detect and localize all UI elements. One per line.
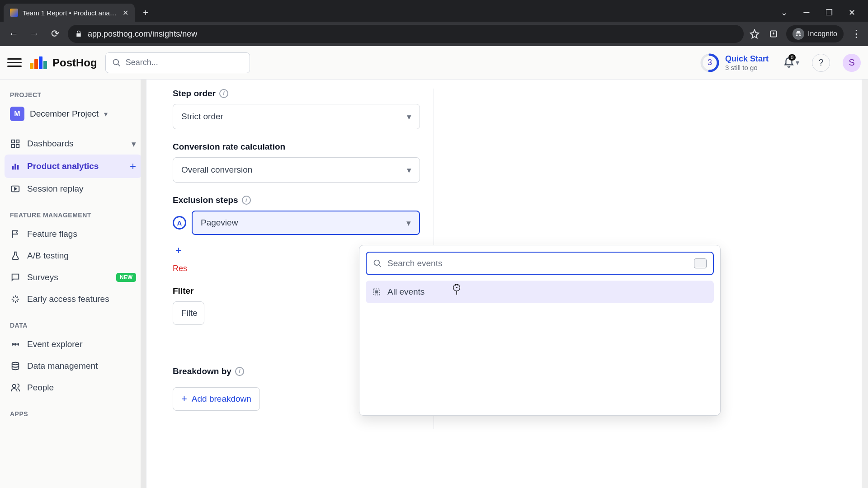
svg-rect-6	[12, 145, 14, 147]
sidebar-item-feature-flags[interactable]: Feature flags	[5, 223, 142, 245]
sidebar-item-event-explorer[interactable]: Event explorer	[5, 333, 142, 355]
sidebar: PROJECT M December Project ▾ Dashboards …	[0, 80, 146, 488]
posthog-logo-icon	[30, 56, 48, 69]
sidebar-item-label: A/B testing	[27, 251, 69, 261]
chevron-down-icon: ▾	[132, 139, 136, 149]
menu-toggle-button[interactable]	[7, 56, 22, 70]
conversion-select[interactable]: Overall conversion ▾	[173, 157, 420, 183]
step-badge: A	[173, 216, 186, 230]
close-icon[interactable]: ✕	[123, 9, 128, 17]
project-badge: M	[10, 107, 24, 121]
flask-icon	[10, 250, 21, 261]
chevron-down-icon: ▾	[406, 218, 411, 228]
browser-chrome: Team 1 Report • Product analytic ✕ + ⌄ ─…	[0, 0, 868, 46]
sidebar-item-surveys[interactable]: Surveys NEW	[5, 267, 142, 288]
event-search-input[interactable]: Search events	[366, 252, 714, 275]
reload-button[interactable]: ⟳	[47, 26, 63, 42]
sidebar-item-session-replay[interactable]: Session replay	[5, 178, 142, 200]
address-bar[interactable]: app.posthog.com/insights/new	[68, 25, 744, 43]
new-badge: NEW	[116, 273, 136, 282]
info-icon[interactable]: i	[235, 367, 244, 376]
quick-start-title: Quick Start	[725, 54, 769, 64]
sidebar-item-early-access[interactable]: Early access features	[5, 288, 142, 310]
svg-rect-9	[14, 164, 16, 170]
step-order-select[interactable]: Strict order ▾	[173, 104, 420, 129]
project-selector[interactable]: M December Project ▾	[5, 103, 142, 125]
page: PostHog Search... 3 Quick Start 3 still …	[0, 46, 868, 488]
star-icon[interactable]	[748, 28, 761, 40]
user-avatar[interactable]: S	[843, 54, 861, 72]
info-icon[interactable]: i	[219, 89, 228, 98]
sidebar-item-label: Dashboards	[27, 139, 73, 149]
conversion-label: Conversion rate calculation	[173, 142, 420, 152]
sidebar-section-feature: FEATURE MANAGEMENT	[5, 208, 142, 223]
incognito-icon	[793, 28, 804, 40]
incognito-badge[interactable]: Incognito	[786, 25, 844, 42]
people-icon	[10, 382, 21, 393]
sidebar-section-project: PROJECT	[5, 88, 142, 103]
exclusion-event-select[interactable]: Pageview ▾	[192, 211, 420, 235]
add-breakdown-label: Add breakdown	[192, 394, 251, 404]
quick-start-subtitle: 3 still to go	[725, 64, 769, 71]
global-search[interactable]: Search...	[105, 52, 250, 73]
info-icon[interactable]: i	[242, 196, 251, 205]
select-value: Strict order	[181, 112, 223, 122]
chat-icon	[10, 272, 21, 283]
plus-icon[interactable]: +	[130, 160, 136, 173]
dashboard-icon	[10, 138, 21, 149]
browser-tab[interactable]: Team 1 Report • Product analytic ✕	[4, 4, 135, 22]
sparkle-icon	[10, 294, 21, 305]
new-tab-button[interactable]: +	[137, 5, 154, 21]
minimize-icon[interactable]: ─	[801, 8, 812, 18]
install-icon[interactable]	[767, 28, 780, 40]
maximize-icon[interactable]: ❐	[824, 8, 835, 18]
search-icon	[112, 58, 121, 67]
step-order-label: Step order i	[173, 89, 420, 99]
sidebar-item-ab-testing[interactable]: A/B testing	[5, 245, 142, 267]
kebab-menu-icon[interactable]: ⋮	[850, 28, 863, 40]
event-search-placeholder: Search events	[387, 258, 689, 268]
svg-rect-17	[376, 291, 378, 293]
svg-rect-8	[12, 166, 14, 169]
sidebar-item-label: Product analytics	[27, 161, 99, 171]
svg-point-15	[374, 260, 380, 266]
back-button[interactable]: ←	[5, 26, 22, 42]
main-content: Step order i Strict order ▾ Conversion r…	[146, 80, 868, 488]
lock-icon	[75, 30, 82, 38]
url-text: app.posthog.com/insights/new	[88, 29, 197, 39]
dropdown-item-all-events[interactable]: All events	[366, 281, 714, 303]
search-placeholder: Search...	[126, 58, 158, 67]
sidebar-item-label: Event explorer	[27, 339, 83, 349]
sidebar-item-product-analytics[interactable]: Product analytics +	[5, 155, 142, 178]
svg-point-14	[13, 385, 16, 388]
sidebar-item-label: Feature flags	[27, 229, 77, 239]
sidebar-item-dashboards[interactable]: Dashboards ▾	[5, 133, 142, 155]
brand[interactable]: PostHog	[30, 56, 97, 69]
sidebar-item-data-management[interactable]: Data management	[5, 355, 142, 377]
sidebar-item-people[interactable]: People	[5, 377, 142, 399]
chevron-down-icon: ▾	[796, 58, 799, 67]
forward-button[interactable]: →	[26, 26, 42, 42]
help-button[interactable]: ?	[812, 54, 830, 72]
chevron-down-icon[interactable]: ⌄	[778, 8, 789, 18]
sidebar-item-label: Surveys	[27, 272, 58, 282]
plus-icon: +	[181, 393, 187, 405]
project-name: December Project	[30, 109, 99, 119]
sidebar-item-label: People	[27, 383, 54, 393]
live-icon	[10, 339, 21, 350]
chevron-down-icon: ▾	[104, 110, 108, 118]
progress-ring-icon: 3	[700, 53, 720, 73]
svg-rect-5	[16, 140, 19, 143]
play-icon	[10, 183, 21, 194]
quick-start-button[interactable]: 3 Quick Start 3 still to go	[700, 53, 769, 73]
svg-rect-10	[17, 165, 19, 169]
close-window-icon[interactable]: ✕	[846, 8, 857, 18]
exclusion-label: Exclusion steps i	[173, 195, 420, 205]
brand-name: PostHog	[52, 56, 97, 69]
chevron-down-icon: ▾	[407, 165, 411, 175]
search-icon	[373, 259, 382, 268]
filter-select[interactable]: Filte	[173, 301, 204, 325]
add-breakdown-button[interactable]: + Add breakdown	[173, 387, 260, 411]
database-icon	[10, 361, 21, 371]
notifications-button[interactable]: 0 ▾	[783, 57, 799, 69]
